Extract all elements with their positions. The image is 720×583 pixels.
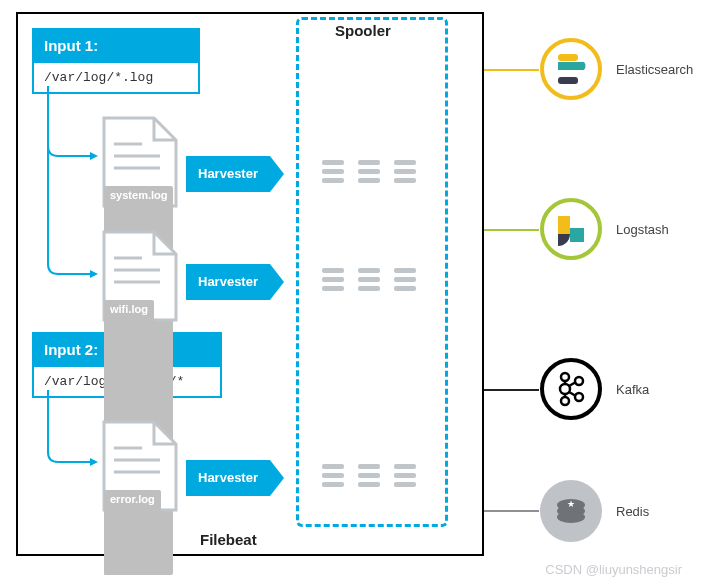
harvester-arrow: Harvester [186,156,284,192]
harvester-arrow: Harvester [186,460,284,496]
harvester-arrow: Harvester [186,264,284,300]
queue-icon [322,268,416,295]
harvester-label: Harvester [186,264,270,300]
connector-redis [484,510,539,512]
svg-point-20 [575,393,583,401]
spooler-title: Spooler [335,22,391,39]
svg-point-27 [557,511,585,523]
svg-point-18 [561,397,569,405]
arrow-tip-icon [270,460,284,496]
output-label: Kafka [616,382,649,397]
output-label: Elasticsearch [616,62,693,77]
connector-input1 [40,86,100,306]
kafka-icon [540,358,602,420]
svg-rect-12 [558,54,578,61]
redis-icon: ★ [540,480,602,542]
arrow-tip-icon [270,264,284,300]
output-label: Logstash [616,222,669,237]
svg-line-23 [569,382,576,386]
filebeat-title: Filebeat [200,531,257,548]
logstash-icon [540,198,602,260]
output-label: Redis [616,504,649,519]
output-logstash: Logstash [540,198,669,260]
svg-rect-13 [558,77,578,84]
svg-rect-14 [558,216,570,234]
queue-icon [322,464,416,491]
input-title: Input 1: [32,28,200,63]
output-elasticsearch: Elasticsearch [540,38,693,100]
connector-kafka [484,389,539,391]
credit-text: CSDN @liuyunshengsir [545,562,682,577]
queue-icon [322,160,416,187]
output-redis: ★ Redis [540,480,649,542]
svg-point-17 [560,384,570,394]
harvester-label: Harvester [186,460,270,496]
connector-input2 [40,390,100,490]
connector-ls [484,229,539,231]
elasticsearch-icon [540,38,602,100]
svg-point-16 [561,373,569,381]
svg-point-19 [575,377,583,385]
arrow-tip-icon [270,156,284,192]
svg-rect-15 [570,228,584,242]
connector-es [484,69,539,71]
svg-line-24 [569,392,576,396]
output-kafka: Kafka [540,358,649,420]
input-block-1: Input 1: /var/log/*.log [32,28,200,94]
svg-text:★: ★ [567,499,575,509]
file-label: error.log [104,490,161,575]
harvester-label: Harvester [186,156,270,192]
